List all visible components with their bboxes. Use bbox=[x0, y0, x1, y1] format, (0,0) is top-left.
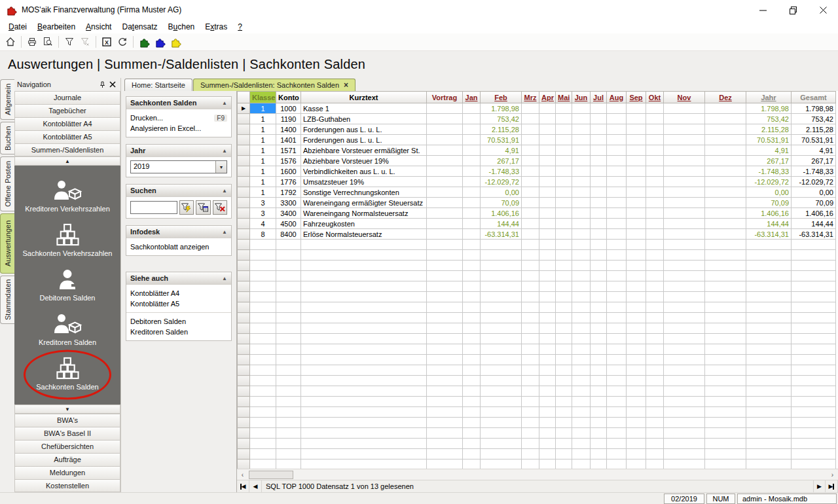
cell[interactable]: Wareneingang ermäßigter Steuersatz bbox=[301, 198, 427, 208]
nav-scroll-up-button[interactable]: ▲ bbox=[14, 156, 120, 166]
task-link-debitoren-salden[interactable]: Debitoren Salden bbox=[130, 316, 227, 327]
cell[interactable] bbox=[664, 103, 705, 114]
cell[interactable]: -12.029,72 bbox=[481, 177, 522, 187]
menu-item-datei[interactable]: Datei bbox=[3, 21, 32, 33]
cell[interactable] bbox=[556, 229, 572, 240]
cell[interactable] bbox=[522, 156, 539, 166]
nav-item-kreditoren-salden[interactable]: Kreditoren Salden bbox=[14, 313, 120, 346]
cell[interactable]: 70.531,91 bbox=[481, 135, 522, 145]
cell[interactable] bbox=[705, 145, 746, 156]
cell[interactable]: 3 bbox=[250, 208, 276, 219]
cell[interactable] bbox=[572, 135, 591, 145]
cell[interactable] bbox=[427, 208, 463, 219]
collapse-icon[interactable]: ▲ bbox=[222, 188, 227, 194]
cell[interactable]: 4 bbox=[250, 219, 276, 229]
cell[interactable] bbox=[427, 103, 463, 114]
nav-item-bwa-s[interactable]: BWA's bbox=[14, 414, 120, 427]
cell[interactable] bbox=[705, 229, 746, 240]
column-header-nov[interactable]: Nov bbox=[664, 92, 705, 103]
cell[interactable] bbox=[607, 177, 627, 187]
cell[interactable] bbox=[664, 114, 705, 124]
cell[interactable]: 1.406,16 bbox=[481, 208, 522, 219]
menu-item-bearbeiten[interactable]: Bearbeiten bbox=[32, 21, 81, 33]
cell[interactable] bbox=[591, 198, 607, 208]
cell[interactable]: 1600 bbox=[276, 166, 301, 177]
cell[interactable]: 1576 bbox=[276, 156, 301, 166]
filter-button[interactable] bbox=[62, 35, 77, 50]
column-header-sep[interactable]: Sep bbox=[627, 92, 646, 103]
cell[interactable]: 1.406,16 bbox=[792, 208, 836, 219]
cell[interactable] bbox=[522, 229, 539, 240]
column-header-jan[interactable]: Jan bbox=[463, 92, 481, 103]
cell[interactable] bbox=[427, 156, 463, 166]
cell[interactable] bbox=[607, 166, 627, 177]
cell[interactable] bbox=[463, 135, 481, 145]
cell[interactable]: 1190 bbox=[276, 114, 301, 124]
column-header-mrz[interactable]: Mrz bbox=[522, 92, 539, 103]
module-tab-allgemein[interactable]: Allgemein bbox=[0, 79, 14, 120]
collapse-icon[interactable]: ▲ bbox=[222, 100, 227, 106]
cell[interactable]: Forderungen aus L. u. L. bbox=[301, 135, 427, 145]
cell[interactable]: Wareneingang Normalsteuersatz bbox=[301, 208, 427, 219]
cell[interactable]: 1.798,98 bbox=[481, 103, 522, 114]
task-link-drucken[interactable]: Drucken...F9 bbox=[130, 113, 227, 123]
cell[interactable] bbox=[646, 103, 664, 114]
cell[interactable] bbox=[463, 145, 481, 156]
cell[interactable] bbox=[664, 208, 705, 219]
cell[interactable] bbox=[522, 124, 539, 135]
cell[interactable] bbox=[556, 219, 572, 229]
row-selector[interactable] bbox=[238, 124, 250, 135]
cell[interactable]: 8 bbox=[250, 229, 276, 240]
cell[interactable] bbox=[522, 187, 539, 198]
next-record-button[interactable]: ▶ bbox=[813, 480, 826, 492]
cell[interactable] bbox=[664, 187, 705, 198]
cell[interactable]: 0,00 bbox=[746, 187, 792, 198]
cell[interactable] bbox=[522, 145, 539, 156]
column-header-jul[interactable]: Jul bbox=[591, 92, 607, 103]
cell[interactable] bbox=[646, 166, 664, 177]
cell[interactable]: 3300 bbox=[276, 198, 301, 208]
cell[interactable]: LZB-Guthaben bbox=[301, 114, 427, 124]
puzzle-green-button[interactable] bbox=[136, 35, 152, 50]
cell[interactable] bbox=[539, 166, 556, 177]
cell[interactable] bbox=[646, 156, 664, 166]
cell[interactable]: 1 bbox=[250, 156, 276, 166]
row-selector[interactable] bbox=[238, 166, 250, 177]
cell[interactable] bbox=[607, 187, 627, 198]
cell[interactable] bbox=[607, 156, 627, 166]
cell[interactable]: 3400 bbox=[276, 208, 301, 219]
cell[interactable] bbox=[664, 156, 705, 166]
cell[interactable]: 0,00 bbox=[792, 187, 836, 198]
column-header-okt[interactable]: Okt bbox=[646, 92, 664, 103]
cell[interactable] bbox=[646, 219, 664, 229]
cell[interactable] bbox=[705, 156, 746, 166]
cell[interactable] bbox=[463, 103, 481, 114]
cell[interactable] bbox=[664, 198, 705, 208]
cell[interactable]: 1 bbox=[250, 145, 276, 156]
last-record-button[interactable]: ▶ bbox=[826, 480, 838, 492]
cell[interactable] bbox=[539, 187, 556, 198]
cell[interactable] bbox=[591, 145, 607, 156]
cell[interactable] bbox=[572, 145, 591, 156]
cell[interactable] bbox=[572, 229, 591, 240]
cell[interactable]: Abziehbare Vorsteuer ermäßigter St. bbox=[301, 145, 427, 156]
cell[interactable] bbox=[607, 219, 627, 229]
cell[interactable] bbox=[572, 124, 591, 135]
collapse-icon[interactable]: ▲ bbox=[222, 276, 227, 281]
cell[interactable]: -63.314,31 bbox=[481, 229, 522, 240]
cell[interactable]: -1.748,33 bbox=[746, 166, 792, 177]
cell[interactable] bbox=[627, 156, 646, 166]
cell[interactable]: 2.115,28 bbox=[746, 124, 792, 135]
first-record-button[interactable]: ◀ bbox=[237, 480, 249, 492]
row-selector[interactable] bbox=[238, 156, 250, 166]
cell[interactable] bbox=[539, 124, 556, 135]
scroll-left-icon[interactable]: ‹ bbox=[237, 469, 248, 480]
cell[interactable] bbox=[705, 103, 746, 114]
cell[interactable]: -1.748,33 bbox=[481, 166, 522, 177]
cell[interactable] bbox=[607, 145, 627, 156]
cell[interactable] bbox=[646, 124, 664, 135]
minimize-button[interactable] bbox=[748, 0, 778, 20]
column-header-gesamt[interactable]: Gesamt bbox=[792, 92, 836, 103]
excel-export-button[interactable]: X bbox=[99, 35, 115, 50]
restore-button[interactable] bbox=[778, 0, 808, 20]
